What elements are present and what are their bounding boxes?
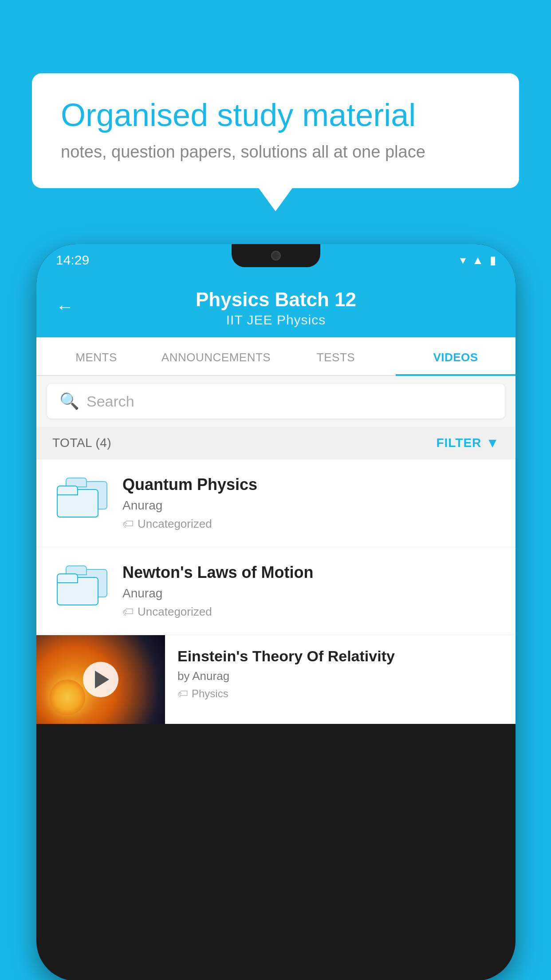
video-list: Quantum Physics Anurag 🏷 Uncategorized N… — [36, 459, 516, 724]
list-item[interactable]: Newton's Laws of Motion Anurag 🏷 Uncateg… — [36, 547, 516, 635]
status-icons: ▾ ▲ ▮ — [460, 253, 496, 267]
back-button[interactable]: ← — [56, 297, 74, 317]
search-bar[interactable]: 🔍 Search — [47, 384, 505, 419]
video-tag-1: 🏷 Uncategorized — [122, 517, 500, 531]
folder-stack-icon-2 — [57, 565, 106, 605]
tab-tests[interactable]: TESTS — [276, 337, 396, 375]
total-count: TOTAL (4) — [52, 436, 111, 450]
video-tag-3: 🏷 Physics — [177, 688, 503, 700]
video-author-2: Anurag — [122, 586, 500, 601]
phone-frame: 14:29 ▾ ▲ ▮ ← Physics Batch 12 IIT JEE P… — [36, 244, 516, 980]
folder-front-icon — [57, 486, 97, 518]
search-input[interactable]: Search — [87, 393, 134, 410]
list-item[interactable]: Quantum Physics Anurag 🏷 Uncategorized — [36, 459, 516, 547]
header-subtitle: IIT JEE Physics — [226, 312, 326, 328]
camera-dot — [271, 251, 281, 261]
search-container: 🔍 Search — [36, 376, 516, 427]
battery-icon: ▮ — [490, 253, 496, 267]
tab-bar: MENTS ANNOUNCEMENTS TESTS VIDEOS — [36, 337, 516, 376]
speech-bubble: Organised study material notes, question… — [32, 73, 519, 188]
tab-videos[interactable]: VIDEOS — [396, 337, 516, 375]
video-author-3: by Anurag — [177, 669, 503, 683]
app-header: ← Physics Batch 12 IIT JEE Physics — [36, 276, 516, 337]
bubble-title: Organised study material — [61, 98, 490, 133]
filter-bar: TOTAL (4) FILTER ▼ — [36, 427, 516, 459]
play-button[interactable] — [83, 662, 118, 697]
video-info-1: Quantum Physics Anurag 🏷 Uncategorized — [122, 475, 500, 531]
notch — [232, 244, 320, 267]
video-title-2: Newton's Laws of Motion — [122, 563, 500, 582]
video-author-1: Anurag — [122, 498, 500, 513]
folder-stack-icon — [57, 478, 106, 518]
video-tag-2: 🏷 Uncategorized — [122, 605, 500, 619]
tag-icon-1: 🏷 — [122, 517, 134, 531]
speech-bubble-container: Organised study material notes, question… — [32, 73, 519, 188]
play-icon — [95, 671, 109, 688]
header-title: Physics Batch 12 — [196, 288, 356, 311]
bubble-subtitle: notes, question papers, solutions all at… — [61, 142, 490, 162]
video-title-3: Einstein's Theory Of Relativity — [177, 648, 503, 665]
tab-announcements[interactable]: ANNOUNCEMENTS — [156, 337, 276, 375]
tab-ments[interactable]: MENTS — [36, 337, 156, 375]
video-info-2: Newton's Laws of Motion Anurag 🏷 Uncateg… — [122, 563, 500, 619]
folder-thumbnail-1 — [52, 475, 110, 520]
folder-thumbnail-2 — [52, 563, 110, 608]
list-item[interactable]: Einstein's Theory Of Relativity by Anura… — [36, 635, 516, 724]
search-icon: 🔍 — [59, 392, 79, 411]
tag-icon-3: 🏷 — [177, 688, 188, 700]
status-time: 14:29 — [56, 253, 89, 268]
signal-icon: ▲ — [472, 253, 484, 267]
filter-button[interactable]: FILTER ▼ — [436, 435, 500, 450]
tag-icon-2: 🏷 — [122, 605, 134, 619]
wifi-icon: ▾ — [460, 253, 466, 267]
video-title-1: Quantum Physics — [122, 475, 500, 494]
video-thumbnail-3 — [36, 635, 165, 724]
filter-icon: ▼ — [486, 435, 500, 450]
folder-front-icon-2 — [57, 573, 97, 605]
status-bar: 14:29 ▾ ▲ ▮ — [36, 244, 516, 276]
video-info-3: Einstein's Theory Of Relativity by Anura… — [165, 635, 516, 709]
filter-label: FILTER — [436, 436, 481, 450]
